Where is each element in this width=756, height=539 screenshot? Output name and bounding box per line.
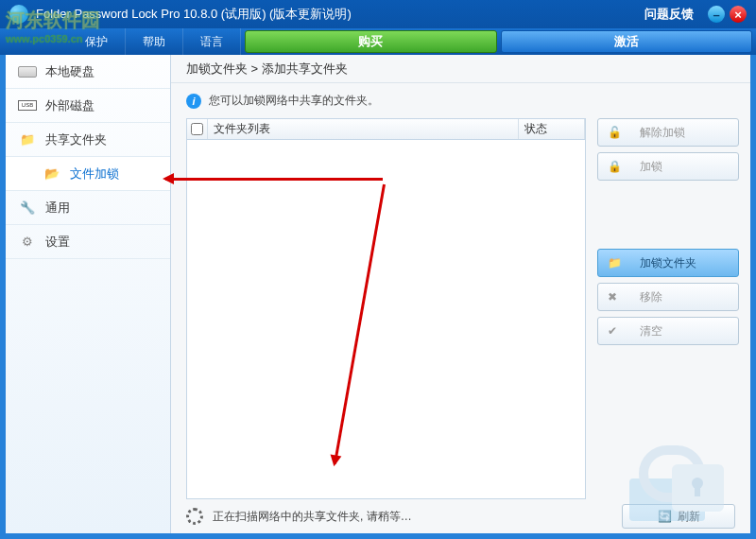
rbtn-label: 加锁 [640,159,662,175]
sidebar-item-external-disk[interactable]: USB 外部磁盘 [6,89,170,123]
sidebar-item-label: 外部磁盘 [45,97,94,114]
menu-language[interactable]: 语言 [183,28,241,55]
rbtn-label: 加锁文件夹 [640,255,696,271]
sidebar-item-shared-folder[interactable]: 📁 共享文件夹 [6,123,170,157]
content: 本地硬盘 USB 外部磁盘 📁 共享文件夹 📂 文件加锁 🔧 通用 ⚙ 设置 加… [6,55,750,533]
menubar-left: 保护 帮助 语言 [0,28,241,55]
status-text: 正在扫描网络中的共享文件夹, 请稍等… [213,509,612,525]
lock-button[interactable]: 🔒 加锁 [597,152,739,181]
refresh-icon: 🔄 [658,510,672,523]
th-status[interactable]: 状态 [519,119,585,139]
minimize-button[interactable]: – [708,6,725,23]
info-text: 您可以加锁网络中共享的文件夹。 [209,93,379,109]
lock-icon: 🔒 [608,160,623,173]
activate-button[interactable]: 激活 [501,30,753,53]
th-folder-list[interactable]: 文件夹列表 [208,119,519,139]
share-folder-icon: 📁 [17,131,38,148]
sidebar-item-label: 通用 [45,200,70,217]
menu-protect[interactable]: 保护 [0,28,126,55]
unlock-button[interactable]: 🔓 解除加锁 [597,118,739,147]
usb-icon: USB [17,97,38,114]
annotation-arrow-1 [165,178,383,181]
th-checkbox[interactable] [187,119,208,139]
sidebar-item-label: 共享文件夹 [45,131,107,148]
spinner-icon [186,508,203,525]
rbtn-label: 解除加锁 [640,125,685,141]
sidebar-item-label: 本地硬盘 [45,63,94,80]
sidebar-item-file-lock[interactable]: 📂 文件加锁 [6,157,170,191]
refresh-label: 刷新 [678,509,700,525]
menubar-right: 购买 激活 [241,28,756,55]
main-panel: 加锁文件夹 > 添加共享文件夹 i 您可以加锁网络中共享的文件夹。 文件夹列表 … [171,55,750,533]
titlebar: Folder Password Lock Pro 10.8.0 (试用版) (版… [0,0,756,28]
hdd-icon [17,63,38,80]
body-row: 文件夹列表 状态 🔓 解除加锁 🔒 加锁 📁 加锁文件夹 [171,118,750,499]
menu-help[interactable]: 帮助 [126,28,183,55]
clear-button[interactable]: ✔ 清空 [597,317,739,345]
breadcrumb: 加锁文件夹 > 添加共享文件夹 [171,55,750,83]
app-title: Folder Password Lock Pro 10.8.0 (试用版) (版… [36,6,644,23]
right-panel: 🔓 解除加锁 🔒 加锁 📁 加锁文件夹 ✖ 移除 ✔ [597,118,739,499]
sidebar-item-local-disk[interactable]: 本地硬盘 [6,55,170,89]
panel-gap [597,186,739,243]
folder-lock-icon: 📁 [608,256,623,270]
buy-button[interactable]: 购买 [245,30,497,53]
status-bar: 正在扫描网络中的共享文件夹, 请稍等… 🔄 刷新 [171,499,750,533]
table-body [187,140,585,498]
table-header: 文件夹列表 状态 [187,119,585,140]
feedback-link[interactable]: 问题反馈 [644,6,694,23]
info-icon: i [186,94,201,109]
lock-folder-button[interactable]: 📁 加锁文件夹 [597,249,739,277]
unlock-icon: 🔓 [608,126,623,139]
rbtn-label: 移除 [640,289,662,305]
check-icon: ✔ [608,324,623,338]
folder-table: 文件夹列表 状态 [186,118,586,499]
sidebar-item-settings[interactable]: ⚙ 设置 [6,225,170,259]
select-all-checkbox[interactable] [191,123,203,135]
info-bar: i 您可以加锁网络中共享的文件夹。 [171,83,750,118]
file-lock-icon: 📂 [42,165,62,183]
remove-icon: ✖ [608,290,623,304]
remove-button[interactable]: ✖ 移除 [597,283,739,311]
gear-icon: ⚙ [17,234,38,251]
sidebar: 本地硬盘 USB 外部磁盘 📁 共享文件夹 📂 文件加锁 🔧 通用 ⚙ 设置 [6,55,171,533]
sidebar-item-label: 文件加锁 [70,165,119,183]
menubar: 保护 帮助 语言 购买 激活 [0,28,756,55]
sidebar-item-general[interactable]: 🔧 通用 [6,191,170,225]
wrench-icon: 🔧 [17,200,38,217]
rbtn-label: 清空 [640,323,662,339]
app-logo-icon [9,5,28,24]
refresh-button[interactable]: 🔄 刷新 [622,504,735,529]
close-button[interactable]: × [730,6,747,23]
sidebar-item-label: 设置 [45,234,70,251]
